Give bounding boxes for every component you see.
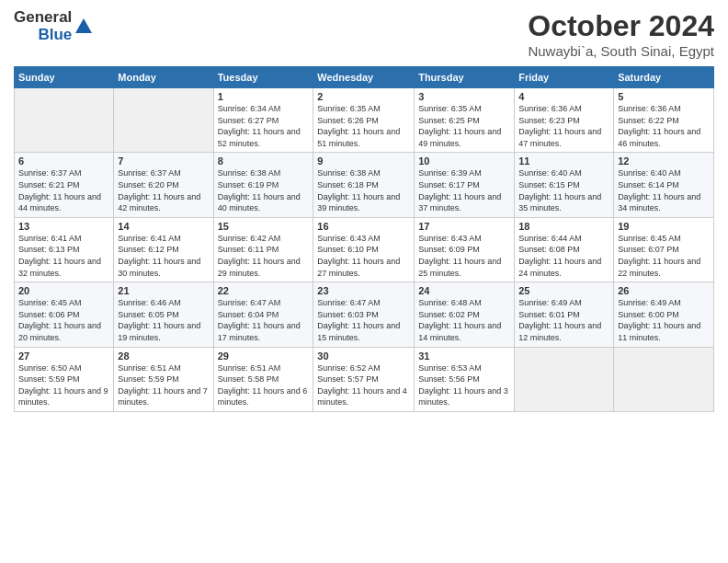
sunrise-text: Sunrise: 6:40 AM (618, 168, 681, 178)
sunset-text: Sunset: 6:01 PM (518, 310, 580, 319)
calendar-cell: 13 Sunrise: 6:41 AM Sunset: 6:13 PM Dayl… (15, 217, 114, 282)
calendar-cell: 17 Sunrise: 6:43 AM Sunset: 6:09 PM Dayl… (415, 217, 515, 282)
calendar-table: Sunday Monday Tuesday Wednesday Thursday… (14, 66, 714, 412)
sunrise-text: Sunrise: 6:50 AM (18, 363, 82, 373)
day-number: 31 (418, 350, 510, 362)
sunset-text: Sunset: 6:21 PM (18, 180, 80, 190)
day-number: 22 (218, 285, 310, 296)
daylight-text: Daylight: 11 hours and 39 minutes. (317, 192, 400, 213)
day-number: 4 (518, 91, 609, 102)
sunrise-text: Sunrise: 6:43 AM (317, 234, 381, 243)
day-number: 3 (418, 91, 510, 102)
daylight-text: Daylight: 11 hours and 51 minutes. (317, 127, 400, 148)
calendar-cell: 27 Sunrise: 6:50 AM Sunset: 5:59 PM Dayl… (15, 347, 114, 411)
daylight-text: Daylight: 11 hours and 12 minutes. (518, 321, 601, 342)
sunrise-text: Sunrise: 6:38 AM (218, 168, 281, 178)
calendar-cell: 3 Sunrise: 6:35 AM Sunset: 6:25 PM Dayli… (415, 88, 515, 153)
svg-marker-0 (75, 18, 92, 33)
sunrise-text: Sunrise: 6:47 AM (218, 298, 281, 307)
calendar-cell (114, 88, 213, 153)
daylight-text: Daylight: 11 hours and 47 minutes. (518, 127, 601, 148)
sunrise-text: Sunrise: 6:36 AM (618, 104, 681, 113)
sunrise-text: Sunrise: 6:47 AM (317, 298, 381, 307)
calendar-cell: 30 Sunrise: 6:52 AM Sunset: 5:57 PM Dayl… (313, 347, 415, 411)
sunset-text: Sunset: 6:26 PM (317, 116, 379, 125)
calendar-cell: 25 Sunrise: 6:49 AM Sunset: 6:01 PM Dayl… (515, 282, 614, 347)
logo-triangle-icon (74, 17, 94, 37)
day-number: 2 (317, 91, 410, 102)
calendar-cell: 23 Sunrise: 6:47 AM Sunset: 6:03 PM Dayl… (313, 282, 415, 347)
sunrise-text: Sunrise: 6:41 AM (118, 234, 181, 243)
sunrise-text: Sunrise: 6:34 AM (218, 104, 281, 113)
calendar-cell: 15 Sunrise: 6:42 AM Sunset: 6:11 PM Dayl… (213, 217, 313, 282)
sunrise-text: Sunrise: 6:43 AM (418, 234, 482, 243)
daylight-text: Daylight: 11 hours and 17 minutes. (218, 321, 301, 342)
col-thursday: Thursday (415, 67, 515, 88)
sunset-text: Sunset: 6:11 PM (218, 245, 279, 254)
calendar-cell: 1 Sunrise: 6:34 AM Sunset: 6:27 PM Dayli… (213, 88, 313, 153)
sunset-text: Sunset: 6:04 PM (218, 310, 279, 319)
day-number: 8 (218, 155, 310, 167)
col-sunday: Sunday (15, 67, 114, 88)
sunrise-text: Sunrise: 6:36 AM (518, 104, 582, 113)
daylight-text: Daylight: 11 hours and 9 minutes. (18, 386, 108, 408)
day-number: 29 (218, 350, 310, 362)
calendar-cell: 29 Sunrise: 6:51 AM Sunset: 5:58 PM Dayl… (213, 347, 313, 411)
daylight-text: Daylight: 11 hours and 4 minutes. (317, 386, 407, 408)
day-number: 28 (118, 350, 209, 362)
day-number: 25 (518, 285, 609, 296)
calendar-week-row-1: 6 Sunrise: 6:37 AM Sunset: 6:21 PM Dayli… (15, 153, 714, 217)
daylight-text: Daylight: 11 hours and 35 minutes. (518, 192, 601, 213)
calendar-cell (15, 88, 114, 153)
daylight-text: Daylight: 11 hours and 49 minutes. (418, 127, 501, 148)
daylight-text: Daylight: 11 hours and 46 minutes. (618, 127, 700, 148)
sunset-text: Sunset: 6:03 PM (317, 310, 379, 319)
sunset-text: Sunset: 5:58 PM (218, 374, 279, 384)
calendar-week-row-4: 27 Sunrise: 6:50 AM Sunset: 5:59 PM Dayl… (15, 347, 714, 411)
day-number: 9 (317, 155, 410, 167)
sunrise-text: Sunrise: 6:49 AM (518, 298, 582, 307)
daylight-text: Daylight: 11 hours and 42 minutes. (118, 192, 200, 213)
day-number: 10 (418, 155, 510, 167)
daylight-text: Daylight: 11 hours and 19 minutes. (118, 321, 200, 342)
daylight-text: Daylight: 11 hours and 20 minutes. (18, 321, 101, 342)
sunset-text: Sunset: 6:05 PM (118, 310, 179, 319)
day-number: 24 (418, 285, 510, 296)
calendar-cell: 22 Sunrise: 6:47 AM Sunset: 6:04 PM Dayl… (213, 282, 313, 347)
calendar-cell: 24 Sunrise: 6:48 AM Sunset: 6:02 PM Dayl… (415, 282, 515, 347)
calendar-cell: 19 Sunrise: 6:45 AM Sunset: 6:07 PM Dayl… (614, 217, 714, 282)
sunrise-text: Sunrise: 6:48 AM (418, 298, 482, 307)
calendar-cell: 26 Sunrise: 6:49 AM Sunset: 6:00 PM Dayl… (614, 282, 714, 347)
sunset-text: Sunset: 6:15 PM (518, 180, 580, 190)
calendar-cell: 4 Sunrise: 6:36 AM Sunset: 6:23 PM Dayli… (515, 88, 614, 153)
header: General Blue October 2024 Nuwaybi`a, Sou… (14, 9, 714, 59)
calendar-cell (614, 347, 714, 411)
sunset-text: Sunset: 6:13 PM (18, 245, 80, 254)
sunset-text: Sunset: 6:20 PM (118, 180, 179, 190)
day-number: 13 (18, 221, 109, 232)
sunrise-text: Sunrise: 6:51 AM (118, 363, 181, 373)
day-number: 14 (118, 221, 209, 232)
sunset-text: Sunset: 6:02 PM (418, 310, 480, 319)
sunrise-text: Sunrise: 6:53 AM (418, 363, 482, 373)
month-title: October 2024 (528, 9, 714, 43)
day-number: 7 (118, 155, 209, 167)
title-block: October 2024 Nuwaybi`a, South Sinai, Egy… (528, 9, 714, 59)
sunset-text: Sunset: 6:23 PM (518, 116, 580, 125)
sunset-text: Sunset: 5:56 PM (418, 374, 480, 384)
calendar-cell: 7 Sunrise: 6:37 AM Sunset: 6:20 PM Dayli… (114, 153, 213, 217)
calendar-cell: 6 Sunrise: 6:37 AM Sunset: 6:21 PM Dayli… (15, 153, 114, 217)
daylight-text: Daylight: 11 hours and 34 minutes. (618, 192, 700, 213)
calendar-cell: 8 Sunrise: 6:38 AM Sunset: 6:19 PM Dayli… (213, 153, 313, 217)
sunset-text: Sunset: 6:17 PM (418, 180, 480, 190)
location-title: Nuwaybi`a, South Sinai, Egypt (528, 43, 714, 59)
daylight-text: Daylight: 11 hours and 40 minutes. (218, 192, 301, 213)
calendar-cell: 18 Sunrise: 6:44 AM Sunset: 6:08 PM Dayl… (515, 217, 614, 282)
daylight-text: Daylight: 11 hours and 29 minutes. (218, 257, 301, 278)
logo-general: General (14, 9, 72, 27)
sunrise-text: Sunrise: 6:37 AM (118, 168, 181, 178)
calendar-cell: 14 Sunrise: 6:41 AM Sunset: 6:12 PM Dayl… (114, 217, 213, 282)
calendar-cell: 10 Sunrise: 6:39 AM Sunset: 6:17 PM Dayl… (415, 153, 515, 217)
daylight-text: Daylight: 11 hours and 27 minutes. (317, 257, 400, 278)
sunrise-text: Sunrise: 6:35 AM (317, 104, 381, 113)
